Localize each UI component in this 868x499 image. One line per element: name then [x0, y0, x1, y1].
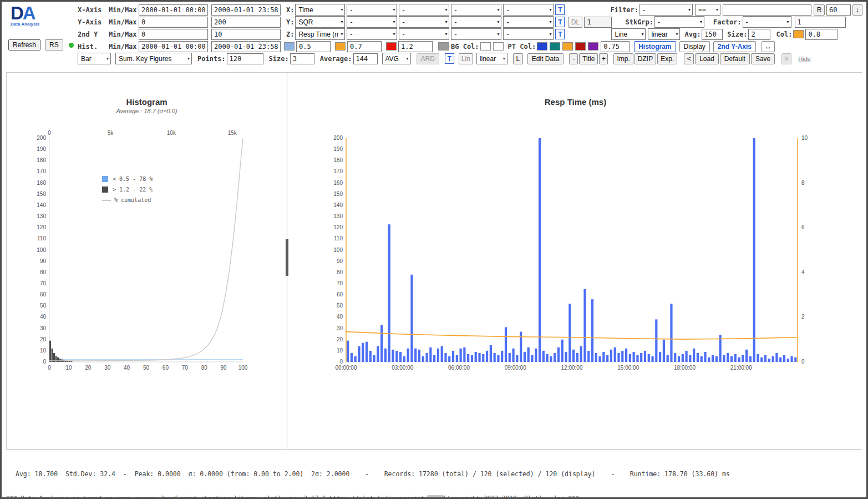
hide-link[interactable]: Hide: [798, 56, 811, 62]
y-t-toggle-button[interactable]: T: [555, 17, 565, 27]
y-sub-select-1[interactable]: -▾: [347, 16, 397, 28]
x-sub-select-2[interactable]: -▾: [399, 4, 449, 16]
app-logo: DA Data Analysis: [11, 3, 39, 27]
y-sub-select-2[interactable]: -▾: [399, 16, 449, 28]
z-sub-select-1[interactable]: -▾: [347, 28, 397, 40]
title-button[interactable]: Title: [579, 53, 598, 64]
bar-size-input[interactable]: [290, 53, 314, 64]
z-sub-select-3[interactable]: -▾: [451, 28, 501, 40]
svg-text:110: 110: [37, 235, 46, 241]
bg-white-swatch-2[interactable]: [493, 42, 504, 51]
title-minus-button[interactable]: -: [569, 53, 578, 64]
pt-blue-swatch[interactable]: [537, 42, 547, 51]
t-toggle-button[interactable]: T: [445, 53, 454, 64]
default-button[interactable]: Default: [720, 53, 750, 64]
points-input[interactable]: [227, 53, 263, 64]
chart-type-select[interactable]: Bar▾: [78, 53, 111, 64]
refresh-button[interactable]: Refresh: [8, 39, 40, 51]
x-t-toggle-button[interactable]: T: [555, 4, 565, 15]
filter-value-input[interactable]: [723, 4, 811, 16]
pt-teal-swatch[interactable]: [550, 42, 560, 51]
avg-value-input[interactable]: [702, 29, 723, 40]
threshold-low-input[interactable]: [296, 41, 331, 52]
title-plus-button[interactable]: +: [599, 53, 608, 64]
hist-min-input[interactable]: [139, 41, 208, 52]
y-min-input[interactable]: [139, 17, 208, 28]
bg-gray-swatch[interactable]: [438, 42, 449, 51]
rs-button[interactable]: RS: [45, 39, 63, 51]
dl-value-input[interactable]: [584, 17, 612, 28]
y-field-select[interactable]: SQR▾: [295, 16, 345, 28]
pt-opacity-input[interactable]: [601, 41, 630, 52]
prev-button[interactable]: <: [684, 53, 694, 64]
z-field-label: Z:: [286, 31, 294, 38]
factor-value-input[interactable]: [795, 17, 846, 28]
pt-red-swatch[interactable]: [575, 42, 586, 51]
z-sub-select-4[interactable]: -▾: [503, 28, 554, 40]
dzip-button[interactable]: DZIP: [634, 53, 656, 64]
second-y-min-input[interactable]: [139, 29, 208, 40]
z-sub-select-2[interactable]: -▾: [399, 28, 449, 40]
hist-max-input[interactable]: [211, 41, 281, 52]
down-arrow-button[interactable]: ↓: [852, 4, 862, 16]
line-type-select[interactable]: Line▾: [611, 28, 646, 40]
resp-time-chart[interactable]: 0102030405060708090100110120130140150160…: [288, 128, 862, 439]
x-max-input[interactable]: [211, 4, 281, 16]
display-button[interactable]: Display: [679, 41, 710, 52]
dl-button[interactable]: DL: [568, 17, 582, 28]
legend-item-cumulated[interactable]: % cumulated: [102, 195, 153, 205]
key-figures-select[interactable]: Sum. Key Figures▾: [115, 53, 192, 64]
svg-text:100: 100: [333, 247, 343, 253]
load-button[interactable]: Load: [695, 53, 719, 64]
line-opacity-input[interactable]: [805, 29, 837, 40]
filter-operator-select[interactable]: ==▾: [695, 4, 720, 16]
x-sub-select-4[interactable]: -▾: [503, 4, 554, 16]
y-sub-select-4[interactable]: -▾: [503, 16, 554, 28]
svg-text:90: 90: [337, 258, 343, 264]
export-button[interactable]: Exp.: [657, 53, 677, 64]
r-button[interactable]: R: [814, 4, 825, 16]
svg-text:160: 160: [37, 180, 46, 186]
second-y-max-input[interactable]: [211, 29, 281, 40]
threshold-orange-swatch[interactable]: [335, 42, 346, 51]
pt-purple-swatch[interactable]: [588, 42, 598, 51]
y-sub-select-3[interactable]: -▾: [451, 16, 501, 28]
line-scale-select[interactable]: linear▾: [648, 28, 680, 40]
edit-data-button[interactable]: Edit Data: [527, 53, 564, 64]
threshold-high-input[interactable]: [398, 41, 433, 52]
threshold-red-swatch[interactable]: [386, 42, 397, 51]
lin-button[interactable]: Lin: [459, 53, 473, 64]
save-button[interactable]: Save: [751, 53, 775, 64]
swap-axes-button[interactable]: ↔: [762, 41, 775, 52]
hist-label: Hist.Min/Max: [78, 43, 136, 51]
x-field-select[interactable]: Time▾: [295, 4, 345, 16]
line-color-swatch[interactable]: [793, 30, 804, 38]
svg-text:20: 20: [85, 365, 92, 371]
factor-select[interactable]: -▾: [743, 16, 791, 28]
z-t-toggle-button[interactable]: T: [555, 29, 565, 39]
x-min-input[interactable]: [139, 4, 208, 16]
z-field-select[interactable]: Resp Time (ms)▾: [295, 28, 345, 40]
x-sub-select-3[interactable]: -▾: [451, 4, 501, 16]
legend-item-above-threshold[interactable]: > 1.2 - 22 %: [102, 184, 153, 195]
pt-orange-swatch[interactable]: [562, 42, 573, 51]
axis-scale-select[interactable]: linear▾: [476, 53, 507, 64]
bg-white-swatch-1[interactable]: [480, 42, 491, 51]
l-button[interactable]: L: [513, 53, 523, 64]
average-input[interactable]: [353, 53, 378, 64]
histogram-toggle-button[interactable]: Histogram: [634, 41, 676, 52]
threshold-mid-input[interactable]: [347, 41, 382, 52]
x-sub-select-1[interactable]: -▾: [347, 4, 397, 16]
second-y-axis-button[interactable]: 2nd Y-Axis: [713, 41, 756, 52]
x-axis-label: X-AxisMin/Max: [78, 6, 136, 14]
y-max-input[interactable]: [211, 17, 281, 28]
svg-text:50: 50: [337, 303, 343, 309]
legend-item-below-threshold[interactable]: < 0.5 - 78 %: [102, 174, 153, 184]
threshold-blue-swatch[interactable]: [284, 42, 295, 51]
filter-field-select[interactable]: -▾: [639, 4, 693, 16]
line-size-input[interactable]: [748, 29, 770, 40]
stkgrp-select[interactable]: -▾: [654, 16, 704, 28]
import-button[interactable]: Imp.: [613, 53, 633, 64]
refresh-interval-input[interactable]: [826, 4, 851, 16]
avg-mode-select[interactable]: AVG▾: [382, 53, 411, 64]
